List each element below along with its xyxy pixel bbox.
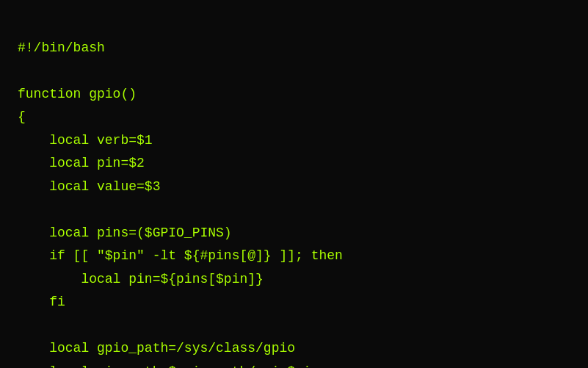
code-line: #!/bin/bash (18, 37, 570, 60)
code-line: fi (18, 291, 570, 314)
code-line: { (18, 106, 570, 129)
code-line: local gpio_path=/sys/class/gpio (18, 337, 570, 361)
code-editor: #!/bin/bash function gpio(){ local verb=… (0, 0, 588, 368)
code-line: local pin=${pins[$pin]} (18, 268, 570, 292)
code-line: local pin=$2 (18, 152, 570, 176)
code-line: local value=$3 (18, 176, 570, 199)
code-line (18, 198, 570, 222)
code-line: local verb=$1 (18, 129, 570, 153)
code-line: if [[ "$pin" -lt ${#pins[@]} ]]; then (18, 245, 570, 268)
code-line (18, 314, 570, 338)
code-line: local pins=($GPIO_PINS) (18, 222, 570, 245)
code-line (18, 59, 570, 83)
code-line: function gpio() (18, 83, 570, 107)
code-line: local pin_path=$gpio_path/gpio$pin (18, 361, 570, 369)
